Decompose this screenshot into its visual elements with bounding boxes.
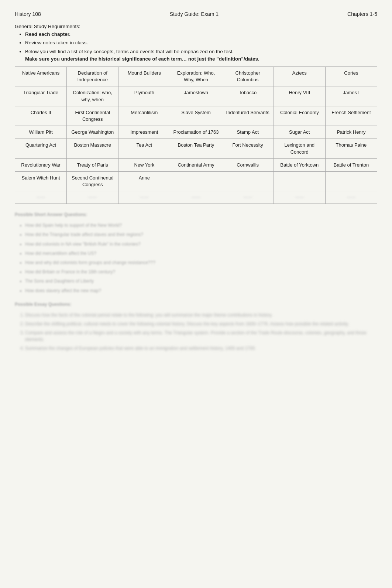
short-answer-title: Possible Short Answer Questions: xyxy=(15,211,377,218)
table-cell: Battle of Yorktown xyxy=(274,158,325,171)
intro-bullets: Read each chapter. Review notes taken in… xyxy=(25,31,377,63)
table-cell: Cortes xyxy=(325,67,377,86)
table-cell: —— xyxy=(222,191,274,204)
table-cell: Battle of Trenton xyxy=(325,158,377,171)
table-cell: Aztecs xyxy=(274,67,325,86)
table-cell: Continental Army xyxy=(170,158,222,171)
table-cell xyxy=(170,171,222,191)
table-cell: Colonial Economy xyxy=(274,106,325,126)
table-cell: Revolutionary War xyxy=(15,158,67,171)
table-cell: Colonization: who, why, when xyxy=(67,86,118,106)
table-cell: Sugar Act xyxy=(274,126,325,139)
table-cell: Tea Act xyxy=(118,139,170,158)
table-cell: Quartering Act xyxy=(15,139,67,158)
table-cell: Fort Necessity xyxy=(222,139,274,158)
table-cell: Thomas Paine xyxy=(325,139,377,158)
table-cell: Boston Tea Party xyxy=(170,139,222,158)
table-cell: —— xyxy=(274,191,325,204)
table-cell: Exploration: Who, Why, When xyxy=(170,67,222,86)
table-cell: James I xyxy=(325,86,377,106)
table-cell: Henry VIII xyxy=(274,86,325,106)
table-cell xyxy=(325,171,377,191)
table-cell xyxy=(222,171,274,191)
table-cell: Triangular Trade xyxy=(15,86,67,106)
table-cell: Patrick Henry xyxy=(325,126,377,139)
table-cell: Slave System xyxy=(170,106,222,126)
intro-bullet-2: Review notes taken in class. xyxy=(25,39,377,47)
header-center: Study Guide: Exam 1 xyxy=(170,11,219,17)
table-cell: Cornwallis xyxy=(222,158,274,171)
intro-bullet-3: Below you will find a list of key concep… xyxy=(25,48,377,63)
table-cell: Jamestown xyxy=(170,86,222,106)
table-cell: —— xyxy=(15,191,67,204)
header-left: History 108 xyxy=(15,11,41,17)
terms-table: Native AmericansDeclaration of Independe… xyxy=(15,66,377,204)
table-cell: Salem Witch Hunt xyxy=(15,171,67,191)
table-cell: Stamp Act xyxy=(222,126,274,139)
table-cell: Tobacco xyxy=(222,86,274,106)
table-cell: —— xyxy=(325,191,377,204)
table-cell: Impressment xyxy=(118,126,170,139)
intro-section: General Study Requirements: Read each ch… xyxy=(15,24,377,63)
essay-list: Discuss how the facts of the colonial pe… xyxy=(15,312,377,352)
table-cell: French Settlement xyxy=(325,106,377,126)
table-cell: George Washington xyxy=(67,126,118,139)
table-cell xyxy=(274,171,325,191)
essay-title: Possible Essay Questions: xyxy=(15,301,377,308)
table-cell: Mound Builders xyxy=(118,67,170,86)
table-cell: Native Americans xyxy=(15,67,67,86)
table-cell: Indentured Servants xyxy=(222,106,274,126)
table-cell: Second Continental Congress xyxy=(67,171,118,191)
short-answer-list: How did Spain help to support of the New… xyxy=(15,222,377,294)
table-cell: Boston Massacre xyxy=(67,139,118,158)
table-cell: —— xyxy=(170,191,222,204)
table-cell: Christopher Columbus xyxy=(222,67,274,86)
table-cell: First Continental Congress xyxy=(67,106,118,126)
intro-bullet-1: Read each chapter. xyxy=(25,31,377,38)
table-cell: New York xyxy=(118,158,170,171)
table-cell: Mercantilism xyxy=(118,106,170,126)
table-cell: Anne xyxy=(118,171,170,191)
page-header: History 108 Study Guide: Exam 1 Chapters… xyxy=(15,11,377,17)
table-cell: Proclamation of 1763 xyxy=(170,126,222,139)
table-cell: Charles II xyxy=(15,106,67,126)
table-cell: Treaty of Paris xyxy=(67,158,118,171)
header-right: Chapters 1-5 xyxy=(347,11,377,17)
table-cell: Plymouth xyxy=(118,86,170,106)
table-cell: —— xyxy=(67,191,118,204)
table-cell: Declaration of Independence xyxy=(67,67,118,86)
table-cell: Lexington and Concord xyxy=(274,139,325,158)
intro-title: General Study Requirements: xyxy=(15,24,80,29)
table-cell: —— xyxy=(118,191,170,204)
table-cell: William Pitt xyxy=(15,126,67,139)
